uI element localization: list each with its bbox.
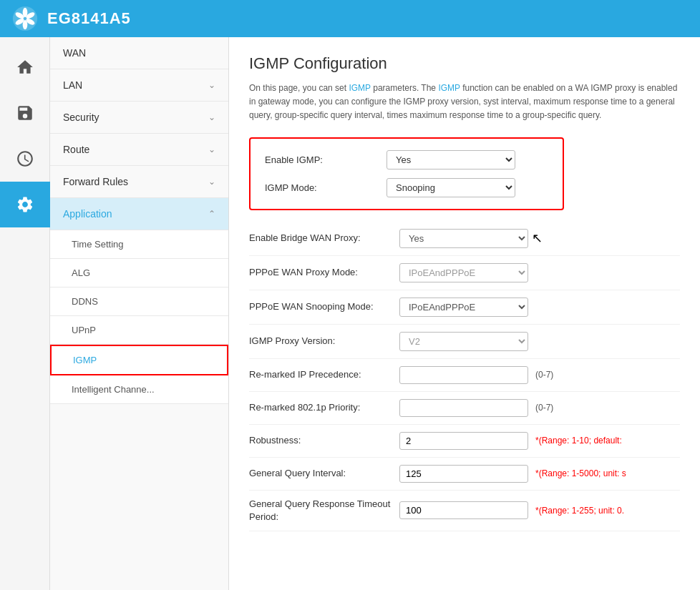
sidebar-subitem-intelligent-channel[interactable]: Intelligent Channe... <box>50 375 228 404</box>
robustness-row: Robustness: *(Range: 1-10; default: <box>249 425 680 458</box>
sidebar-item-lan[interactable]: LAN ⌄ <box>50 69 228 102</box>
igmp-link-2[interactable]: IGMP <box>438 83 460 93</box>
bridge-wan-proxy-label: Enable Bridge WAN Proxy: <box>249 232 392 245</box>
bridge-wan-proxy-select[interactable]: Yes No <box>399 229 528 248</box>
igmp-proxy-version-select[interactable]: V2 V3 <box>399 332 528 351</box>
remarked-ip-row: Re-marked IP Precedence: (0-7) <box>249 359 680 392</box>
sidebar-item-wan[interactable]: WAN <box>50 37 228 69</box>
icon-bar-home[interactable] <box>0 44 50 90</box>
chevron-down-icon: ⌄ <box>208 177 215 187</box>
sidebar-item-security[interactable]: Security ⌄ <box>50 102 228 134</box>
sidebar-item-application[interactable]: Application ⌃ <box>50 198 228 230</box>
igmp-proxy-version-label: IGMP Proxy Version: <box>249 335 392 348</box>
general-query-interval-hint: *(Range: 1-5000; unit: s <box>535 468 626 478</box>
pppoe-snooping-mode-select[interactable]: IPoEAndPPPoE IPoE PPPoE <box>399 298 528 317</box>
enable-igmp-label: Enable IGMP: <box>265 154 379 165</box>
icon-bar-save[interactable] <box>0 90 50 136</box>
remarked-802-label: Re-marked 802.1p Priority: <box>249 401 392 414</box>
remarked-802-hint: (0-7) <box>535 403 553 413</box>
app-title: EG8141A5 <box>47 9 131 28</box>
sidebar-item-forward-rules[interactable]: Forward Rules ⌄ <box>50 166 228 198</box>
sidebar-subitem-time-setting[interactable]: Time Setting <box>50 230 228 259</box>
sidebar: WAN LAN ⌄ Security ⌄ Route ⌄ Forward Rul… <box>50 37 229 590</box>
robustness-label: Robustness: <box>249 434 392 447</box>
remarked-ip-input[interactable] <box>399 366 528 384</box>
main-content: IGMP Configuration On this page, you can… <box>229 37 700 590</box>
general-query-timeout-row: General Query Response Timeout Period: *… <box>249 491 680 531</box>
sidebar-subitem-upnp[interactable]: UPnP <box>50 316 228 345</box>
robustness-hint: *(Range: 1-10; default: <box>535 436 622 446</box>
page-description: On this page, you can set IGMP parameter… <box>249 82 679 123</box>
pppoe-snooping-mode-label: PPPoE WAN Snooping Mode: <box>249 300 392 313</box>
icon-bar-settings[interactable] <box>0 182 50 227</box>
igmp-link-1[interactable]: IGMP <box>349 83 370 93</box>
sidebar-subitem-alg[interactable]: ALG <box>50 259 228 287</box>
general-query-interval-input[interactable] <box>399 465 528 483</box>
general-query-timeout-label: General Query Response Timeout Period: <box>249 498 392 523</box>
igmp-mode-select[interactable]: Snooping Proxy <box>387 178 515 197</box>
sidebar-item-route[interactable]: Route ⌄ <box>50 134 228 166</box>
enable-igmp-select[interactable]: Yes No <box>387 150 515 169</box>
sidebar-label-lan: LAN <box>63 79 82 91</box>
remarked-ip-hint: (0-7) <box>535 370 553 380</box>
remarked-ip-label: Re-marked IP Precedence: <box>249 368 392 381</box>
remarked-802-row: Re-marked 802.1p Priority: (0-7) <box>249 392 680 425</box>
igmp-mode-row: IGMP Mode: Snooping Proxy <box>265 178 548 197</box>
igmp-config-box: Enable IGMP: Yes No IGMP Mode: Snooping … <box>249 137 564 210</box>
pppoe-snooping-mode-row: PPPoE WAN Snooping Mode: IPoEAndPPPoE IP… <box>249 290 680 325</box>
page-title: IGMP Configuration <box>249 54 680 73</box>
general-query-timeout-input[interactable] <box>399 501 528 519</box>
general-query-interval-label: General Query Interval: <box>249 467 392 480</box>
sidebar-subitem-igmp[interactable]: IGMP <box>50 345 228 375</box>
chevron-down-icon: ⌄ <box>208 112 215 122</box>
enable-igmp-row: Enable IGMP: Yes No <box>265 150 548 169</box>
pppoe-proxy-mode-row: PPPoE WAN Proxy Mode: IPoEAndPPPoE IPoE … <box>249 256 680 290</box>
chevron-down-icon: ⌄ <box>208 80 215 90</box>
sidebar-label-wan: WAN <box>63 47 86 59</box>
chevron-down-icon: ⌄ <box>208 144 215 154</box>
pppoe-proxy-mode-label: PPPoE WAN Proxy Mode: <box>249 266 392 279</box>
bridge-wan-proxy-row: Enable Bridge WAN Proxy: Yes No ↖ <box>249 222 680 256</box>
form-section: Enable Bridge WAN Proxy: Yes No ↖ PPPoE … <box>249 222 680 531</box>
sidebar-label-forward-rules: Forward Rules <box>63 176 128 187</box>
sidebar-label-application: Application <box>63 208 112 220</box>
pppoe-proxy-mode-select[interactable]: IPoEAndPPPoE IPoE PPPoE <box>399 263 528 282</box>
sidebar-subitem-ddns[interactable]: DDNS <box>50 287 228 316</box>
icon-bar <box>0 37 50 590</box>
sidebar-label-route: Route <box>63 144 89 155</box>
icon-bar-clock[interactable] <box>0 136 50 182</box>
huawei-logo-icon <box>11 5 39 32</box>
header: EG8141A5 <box>0 0 700 37</box>
chevron-up-icon: ⌃ <box>208 209 215 219</box>
igmp-proxy-version-row: IGMP Proxy Version: V2 V3 <box>249 325 680 359</box>
igmp-mode-label: IGMP Mode: <box>265 182 379 193</box>
general-query-interval-row: General Query Interval: *(Range: 1-5000;… <box>249 458 680 491</box>
robustness-input[interactable] <box>399 432 528 450</box>
sidebar-label-security: Security <box>63 112 99 123</box>
general-query-timeout-hint: *(Range: 1-255; unit: 0. <box>535 506 624 516</box>
remarked-802-input[interactable] <box>399 399 528 417</box>
